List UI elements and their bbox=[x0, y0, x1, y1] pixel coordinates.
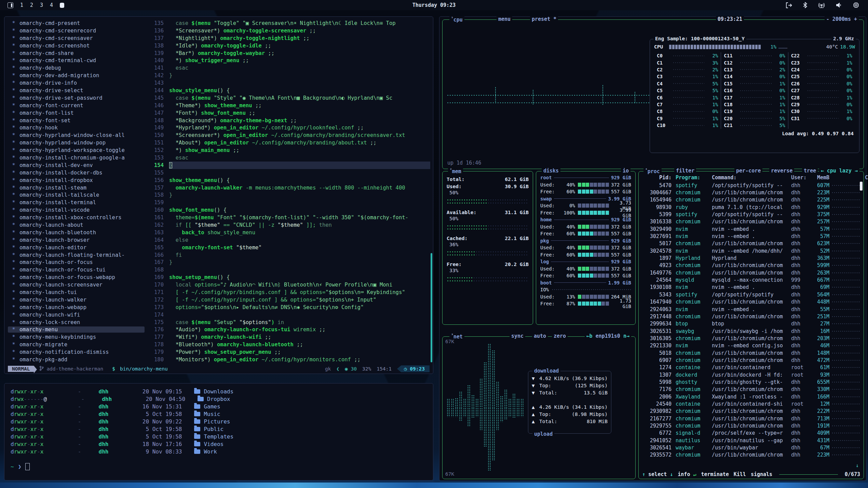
code-line[interactable]: *Bar*) omarchy-toggle-waybar ;; bbox=[169, 50, 430, 57]
process-row[interactable]: 98930rubypuma 7.1.0 (tcp://localdhh929M0… bbox=[642, 204, 861, 211]
code-line[interactable] bbox=[169, 199, 430, 206]
code-line[interactable]: options="$options\n▸ Defaults\n⇄ DNS\n✱ … bbox=[169, 304, 430, 311]
process-row[interactable]: 5470spotify/opt/spotify/spotify --dhh607… bbox=[642, 182, 861, 189]
code-line[interactable]: [ -f ~/.config/hypr/input.conf ] && opti… bbox=[169, 296, 430, 304]
sidebar-item[interactable]: *omarchy-pkg-add bbox=[8, 357, 145, 363]
sidebar-item[interactable]: *omarchy-cmd-screenshot bbox=[8, 43, 145, 49]
sidebar-item[interactable]: *omarchy-drive-select bbox=[8, 87, 145, 94]
sidebar-item[interactable]: *omarchy-install-dev-env bbox=[8, 162, 145, 168]
code-line[interactable]: case $(menu "Style" "◉ Theme\nA Font\n▩ … bbox=[169, 94, 430, 102]
sidebar-item[interactable]: *omarchy-migrate bbox=[8, 341, 145, 348]
process-row[interactable]: 2930982chromium/usr/lib/chromium/chromdh… bbox=[642, 408, 861, 415]
code-line[interactable]: } bbox=[169, 259, 430, 266]
sidebar-item[interactable]: *omarchy-install-dropbox bbox=[8, 177, 145, 183]
sidebar-item[interactable]: *omarchy-debug bbox=[8, 65, 145, 71]
sidebar-item[interactable]: *omarchy-install-steam bbox=[8, 185, 145, 191]
process-row[interactable]: 5343spotify/opt/spotify/spotifydhh564M0.… bbox=[642, 291, 861, 298]
process-row[interactable]: 1274containe/usr/bin/containerdroot61M0.… bbox=[642, 364, 861, 371]
terminate-button[interactable]: terminate bbox=[701, 471, 729, 477]
sidebar-item[interactable]: *omarchy-launch-walker bbox=[8, 297, 145, 303]
code-line[interactable] bbox=[169, 266, 430, 274]
process-row[interactable]: 1649776chromium/usr/lib/chromium/chromdh… bbox=[642, 269, 861, 276]
kill-button[interactable]: Kill bbox=[734, 471, 746, 477]
code-line[interactable]: case $(menu "Setup" "$options") in bbox=[169, 319, 430, 326]
code-line[interactable]: theme=$(menu "Font" "$(omarchy-font-list… bbox=[169, 214, 430, 221]
process-row[interactable]: 2935572chromium/usr/lib/chromium/chromdh… bbox=[642, 451, 861, 459]
file-row[interactable]: drwxr-xr-x-dhh18 Nov 17:16Videos bbox=[11, 440, 427, 448]
sidebar-item[interactable]: *omarchy-drive-set-password bbox=[8, 95, 145, 101]
process-row[interactable]: 2006XwaylandXwayland :1 -rootless -dhh16… bbox=[642, 393, 861, 400]
sidebar-item[interactable]: *omarchy-launch-or-focus-tui bbox=[8, 267, 145, 273]
sidebar-item[interactable]: *omarchy-cmd-screenrecord bbox=[8, 28, 145, 34]
process-row[interactable]: 1647940chromium/usr/lib/chromium/chromdh… bbox=[642, 298, 861, 306]
sidebar-item[interactable]: *omarchy-font-current bbox=[8, 102, 145, 109]
process-row[interactable]: 2999634btopbtopdhh27M0.0 bbox=[642, 320, 861, 327]
code-line[interactable]: omarchy-launch-walker -m menus:omarchyth… bbox=[169, 184, 430, 192]
file-row[interactable]: drwxr-xr-x-dhh9 Nov 08:33Work bbox=[11, 448, 427, 455]
process-row[interactable]: 5018chromium/usr/lib/chromium/chromdhh14… bbox=[642, 349, 861, 357]
code-line[interactable]: *Font*) show_font_menu ;; bbox=[169, 109, 430, 117]
code-line[interactable]: } bbox=[169, 162, 430, 169]
proc-percore-tab[interactable]: per-core bbox=[734, 168, 762, 174]
process-row[interactable]: 2924063nvimnvim --embed .dhh55M0.0 bbox=[642, 306, 861, 313]
io-tab[interactable]: io bbox=[621, 168, 630, 174]
code-line[interactable]: } bbox=[169, 72, 430, 79]
cpu-box-title[interactable]: ¹cpu bbox=[449, 16, 464, 23]
code-line[interactable]: show_setup_menu() { bbox=[169, 274, 430, 281]
process-row[interactable]: 2921330nvimnvim --embed config.jsodhh46M… bbox=[642, 342, 861, 349]
info-button[interactable]: info ↵ bbox=[678, 471, 696, 477]
proc-scroll-down-arrow[interactable]: ↓ bbox=[856, 462, 859, 469]
process-row[interactable]: 3026541waybar/usr/bin/waybardhh67M0.0 bbox=[642, 444, 861, 451]
code-line[interactable]: *Monitors*) open_in_editor ~/.config/hyp… bbox=[169, 356, 430, 363]
memory-box-title[interactable]: ²mem bbox=[448, 168, 463, 175]
process-row[interactable]: 3024578nvimnvim --embed /home/dhh/dhh52M… bbox=[642, 247, 861, 254]
sidebar-item[interactable]: *omarchy-font-set bbox=[8, 117, 145, 124]
process-row[interactable]: 2929755chromium/usr/lib/chromium/chromdh… bbox=[642, 422, 861, 429]
file-row[interactable]: drwxr-xr-x-dhh5 Oct 19:58Music bbox=[11, 410, 427, 418]
sidebar-item[interactable]: *omarchy-install-docker-dbs bbox=[8, 170, 145, 176]
code-line[interactable]: back_to show_style_menu bbox=[169, 229, 430, 236]
process-row[interactable]: 3004667chromium/usr/lib/chromium/chromdh… bbox=[642, 189, 861, 196]
file-row[interactable]: drwxr-xr-x-dhh20 Nov 09:22Pictures bbox=[11, 418, 427, 425]
sidebar-item[interactable]: *omarchy-install-terminal bbox=[8, 199, 145, 206]
sidebar-item[interactable]: *omarchy-install-vscode bbox=[8, 207, 145, 213]
proc-tree-tab[interactable]: tree bbox=[802, 168, 818, 174]
proc-reverse-tab[interactable]: reverse bbox=[769, 168, 794, 174]
code-line[interactable]: *Nightlight*) omarchy-toggle-nightlight … bbox=[169, 34, 430, 42]
code-line[interactable]: *Wifi*) omarchy-launch-wifi ;; bbox=[169, 333, 430, 341]
code-line[interactable]: *Power*) show_setup_power_menu ;; bbox=[169, 348, 430, 356]
sidebar-item[interactable]: *omarchy-launch-tui bbox=[8, 289, 145, 295]
sidebar-item[interactable]: *omarchy-launch-editor bbox=[8, 245, 145, 251]
sidebar-item[interactable]: *omarchy-launch-floating-terminal- bbox=[8, 252, 145, 258]
process-box-title[interactable]: ⁴proc bbox=[643, 168, 662, 175]
process-row[interactable]: 2167277chromium/usr/lib/chromium/chromdh… bbox=[642, 415, 861, 422]
process-table-header[interactable]: Pid: Program: Command: User: MemB Cpu% ↑ bbox=[642, 173, 861, 182]
sidebar-item[interactable]: *omarchy-launch-screensaver bbox=[8, 282, 145, 288]
code-line[interactable]: if [[ "$theme" == "CNCLD" || -z "$theme"… bbox=[169, 221, 430, 229]
process-row[interactable]: 5017chromium/usr/lib/chromium/chromdhh62… bbox=[642, 240, 861, 247]
code-line[interactable]: show_font_menu() { bbox=[169, 206, 430, 214]
code-line[interactable]: *) show_main_menu ;; bbox=[169, 147, 430, 154]
code-line[interactable]: fi bbox=[169, 251, 430, 259]
sidebar-item[interactable]: *omarchy-install-chromium-google-a bbox=[8, 155, 145, 161]
sidebar-item[interactable]: *omarchy-cmd-terminal-cwd bbox=[8, 57, 145, 64]
process-row[interactable]: 24564mysqldmysqld --max-connection999667… bbox=[642, 276, 861, 283]
update-interval[interactable]: - 2000ms + bbox=[825, 16, 859, 22]
logout-icon[interactable] bbox=[786, 2, 792, 8]
process-row[interactable]: 5998ghostty/usr/bin/ghostty --gtk-dhh655… bbox=[642, 378, 861, 386]
process-row[interactable]: 3029490nvimnvim --embed .dhh57M0.0 bbox=[642, 225, 861, 233]
code-line[interactable]: esac bbox=[169, 154, 430, 162]
sidebar-item[interactable]: *omarchy-hyprland-workspace-toggle bbox=[8, 147, 145, 153]
code-line[interactable] bbox=[169, 169, 430, 177]
code-line[interactable]: *Theme*) show_theme_menu ;; bbox=[169, 102, 430, 109]
code-line[interactable]: *Background*) omarchy-theme-bg-next ;; bbox=[169, 117, 430, 124]
process-row[interactable]: 1897HyprlandHyprlanddhh363M0.0 bbox=[642, 254, 861, 262]
file-row[interactable]: drwx------@-dhh20 Nov 04:50Dropbox bbox=[11, 395, 427, 403]
sidebar-item[interactable]: *omarchy-launch-bluetooth bbox=[8, 229, 145, 236]
process-row[interactable]: 1654946chromium/usr/lib/chromium/chromdh… bbox=[642, 196, 861, 204]
process-row[interactable]: 4923chromium/usr/lib/chromium/chromdhh59… bbox=[642, 262, 861, 269]
sidebar-item[interactable]: *omarchy-drive-info bbox=[8, 80, 145, 86]
process-row[interactable]: 1930108nvimnvim --embed .dhh69M0.0 bbox=[642, 284, 861, 291]
process-row[interactable]: 6907chromium/usr/lib/chromium/chromdhh47… bbox=[642, 357, 861, 364]
sidebar-item[interactable]: *omarchy-dev-add-migration bbox=[8, 72, 145, 79]
